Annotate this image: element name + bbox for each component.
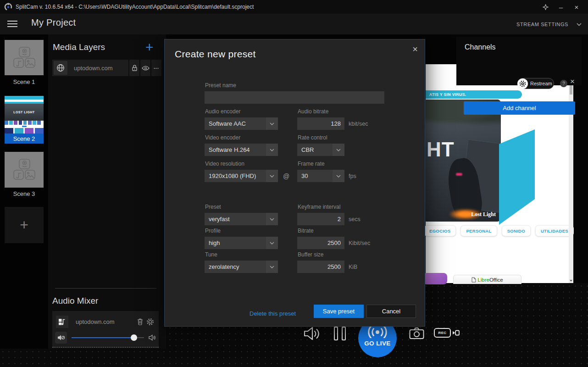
- record-button[interactable]: REC: [434, 328, 460, 338]
- at-symbol: @: [283, 172, 289, 180]
- media-placeholder-icon: [11, 46, 37, 69]
- preset-dropdown[interactable]: veryfast: [205, 213, 278, 225]
- buffer-size-unit: KiB: [349, 264, 357, 270]
- preset-name-input[interactable]: [205, 91, 384, 104]
- chevron-down-icon: [333, 170, 344, 182]
- document-icon: [472, 277, 476, 283]
- bitrate-input[interactable]: 2500: [297, 237, 344, 249]
- delete-preset-link[interactable]: Delete this preset: [250, 310, 296, 317]
- minimize-button[interactable]: –: [554, 0, 568, 14]
- audio-mixer-panel: uptodown.com: [52, 311, 159, 348]
- go-live-label: GO LIVE: [358, 340, 397, 347]
- scene-3-thumbnail[interactable]: [5, 152, 44, 188]
- splitcam-logo-icon: [4, 2, 13, 11]
- audio-encoder-label: Audio encoder: [205, 108, 240, 115]
- scene-2-thumbnail[interactable]: LOST LIGHT: [5, 96, 44, 133]
- titlebar: SplitCam v. 10.6.54 x64 - C:\Users\WDAGU…: [0, 0, 588, 14]
- restream-logo-icon: [517, 78, 528, 89]
- frame-rate-unit: fps: [349, 173, 356, 179]
- audio-bitrate-label: Audio bitrate: [298, 108, 328, 115]
- frame-rate-dropdown[interactable]: 30: [297, 170, 344, 182]
- category-pill: EGOCIOS: [424, 225, 456, 236]
- purple-card: [423, 273, 447, 284]
- preview-banner: ATIS Y SIN VIRUS.: [426, 90, 522, 99]
- modal-title: Create new preset: [175, 49, 256, 60]
- preview-scrollbar[interactable]: [569, 64, 573, 283]
- camcorder-icon: [452, 329, 460, 336]
- add-scene-button[interactable]: +: [5, 207, 44, 243]
- chevron-down-icon: [266, 213, 278, 225]
- speaker-icon[interactable]: [149, 334, 156, 341]
- video-encoder-dropdown[interactable]: Software H.264: [205, 144, 278, 156]
- cancel-button[interactable]: Cancel: [366, 305, 416, 318]
- media-layers-title: Media Layers: [53, 42, 105, 52]
- trash-icon[interactable]: [135, 318, 145, 325]
- divider: [55, 288, 156, 289]
- add-layer-button[interactable]: +: [145, 40, 154, 54]
- hamburger-menu-icon[interactable]: [7, 21, 17, 27]
- audio-mixer-title: Audio Mixer: [52, 296, 98, 306]
- more-options-icon[interactable]: •••: [151, 60, 161, 76]
- media-audio-icon: [56, 316, 68, 328]
- restream-button[interactable]: Restream: [517, 78, 554, 89]
- stream-settings-dropdown[interactable]: STREAM SETTINGS: [516, 21, 582, 28]
- lock-icon[interactable]: [129, 60, 139, 76]
- layer-item[interactable]: uptodown.com: [52, 60, 128, 76]
- chevron-down-icon: [333, 144, 344, 156]
- webpage-preview-layer[interactable]: ATIS Y SIN VIRUS. HT Lost Light EGOCIOS …: [426, 64, 573, 283]
- window-title: SplitCam v. 10.6.54 x64 - C:\Users\WDAGU…: [16, 4, 254, 10]
- scenes-sidebar: Scene 1 LOST LIGHT Scene 2: [0, 34, 48, 349]
- rate-control-label: Rate control: [298, 134, 327, 141]
- sparkle-icon[interactable]: [538, 0, 552, 14]
- profile-dropdown[interactable]: high: [205, 237, 278, 249]
- master-volume-icon[interactable]: [304, 326, 321, 341]
- profile-label: Profile: [205, 228, 221, 234]
- chevron-down-icon: [266, 117, 278, 130]
- buffer-size-label: Buffer size: [298, 251, 323, 258]
- add-channel-button[interactable]: Add channel: [464, 101, 575, 115]
- gear-icon[interactable]: [145, 318, 155, 326]
- audio-bitrate-input[interactable]: 128: [297, 117, 344, 130]
- video-resolution-dropdown[interactable]: 1920x1080 (FHD): [205, 170, 278, 182]
- mixer-channel-name: uptodown.com: [76, 318, 135, 325]
- channels-title: Channels: [465, 43, 496, 51]
- preset-name-label: Preset name: [205, 82, 236, 89]
- scene-1-thumbnail[interactable]: [5, 40, 44, 75]
- eye-icon[interactable]: [140, 60, 150, 76]
- chevron-down-icon: [266, 261, 278, 273]
- tune-dropdown[interactable]: zerolatency: [205, 261, 278, 273]
- category-pill: PERSONAL: [460, 225, 497, 236]
- scene-2-label-selected[interactable]: Scene 2: [5, 133, 44, 144]
- create-preset-modal: Create new preset × Preset name Audio en…: [164, 39, 425, 327]
- volume-slider-knob[interactable]: [131, 334, 137, 341]
- save-preset-button[interactable]: Save preset: [314, 305, 364, 318]
- app-header: [0, 14, 588, 34]
- buffer-size-input[interactable]: 2500: [297, 261, 344, 273]
- close-modal-icon[interactable]: ×: [409, 43, 421, 55]
- close-channels-icon[interactable]: ×: [570, 77, 575, 86]
- globe-icon: [54, 61, 67, 75]
- close-window-button[interactable]: ×: [570, 0, 583, 14]
- category-pill: SONIDO: [502, 225, 531, 236]
- libreoffice-card: LibreOffice: [453, 275, 521, 284]
- pause-button[interactable]: [334, 327, 346, 340]
- keyframe-interval-input[interactable]: 2: [297, 213, 344, 225]
- media-placeholder-icon: [11, 158, 37, 181]
- tune-label: Tune: [205, 251, 217, 258]
- rate-control-dropdown[interactable]: CBR: [297, 144, 344, 156]
- restream-label: Restream: [530, 81, 552, 86]
- mute-speaker-icon[interactable]: [55, 332, 67, 344]
- hero-title-fragment: HT: [427, 138, 455, 161]
- chevron-down-icon: [266, 144, 278, 156]
- chevron-down-icon: [266, 237, 278, 249]
- help-icon[interactable]: ?: [560, 80, 567, 87]
- snapshot-camera-button[interactable]: [409, 327, 424, 339]
- chevron-down-icon: [266, 170, 278, 182]
- channels-panel: Channels Restream ? × Add channel: [456, 37, 582, 85]
- audio-encoder-dropdown[interactable]: Software AAC: [205, 117, 278, 130]
- scene-1-label: Scene 1: [0, 78, 48, 85]
- scene-2-hero: LOST LIGHT: [5, 104, 44, 121]
- volume-slider[interactable]: [72, 334, 144, 341]
- scroll-down-icon[interactable]: [570, 280, 572, 282]
- video-encoder-label: Video encoder: [205, 134, 240, 141]
